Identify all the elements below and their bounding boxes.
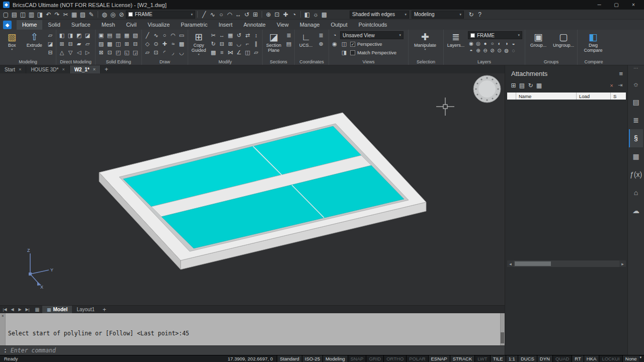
match-perspective-checkbox[interactable] bbox=[350, 50, 355, 55]
tab-mesh[interactable]: Mesh bbox=[96, 20, 121, 30]
model-tab[interactable]: ▦ Model bbox=[42, 306, 72, 313]
render-mode-icon[interactable]: ◧ bbox=[303, 10, 311, 19]
structure-panel-icon[interactable]: ⌂ bbox=[629, 184, 643, 202]
draw-polygon-icon[interactable]: ◇ bbox=[143, 40, 151, 48]
draw-line-icon[interactable]: ╱ bbox=[143, 31, 151, 39]
attach-xref-icon[interactable]: ⊞ bbox=[509, 81, 518, 89]
attachments-h-scrollbar[interactable]: ◂ ▸ bbox=[507, 260, 626, 267]
materials-icon[interactable]: ▩ bbox=[320, 10, 329, 19]
ucs-button[interactable]: ∟ UCS... bbox=[296, 31, 315, 48]
status-standard[interactable]: Standard bbox=[277, 355, 302, 362]
layer-walk-icon[interactable]: ◍ bbox=[503, 47, 510, 54]
print-icon[interactable]: ▥ bbox=[27, 10, 36, 19]
draw-circle-icon[interactable]: ○ bbox=[160, 31, 169, 39]
layer-lock-icon[interactable]: ◐ bbox=[496, 40, 503, 47]
layer-off-icon[interactable]: ◎ bbox=[475, 40, 481, 47]
close-icon[interactable]: × bbox=[62, 67, 64, 72]
erase-icon[interactable]: ✂ bbox=[209, 31, 217, 39]
workspace-combo[interactable]: Modeling ▾ bbox=[412, 11, 464, 19]
dm-offset-face-icon[interactable]: ⊟ bbox=[66, 40, 74, 48]
mirror-icon[interactable]: ⇄ bbox=[244, 31, 252, 39]
sheets-panel-icon[interactable]: ▦ bbox=[629, 147, 643, 165]
status-ducs[interactable]: DUCS bbox=[518, 355, 537, 362]
navigation-ball[interactable] bbox=[473, 75, 501, 103]
perspective-checkbox[interactable]: ✓ bbox=[350, 42, 355, 47]
se-shell-icon[interactable]: ▧ bbox=[131, 31, 139, 39]
status-lwt[interactable]: LWT bbox=[474, 355, 490, 362]
strip-drag-handle[interactable]: ⋯ bbox=[633, 66, 638, 71]
dm-rotate-face-icon[interactable]: ◩ bbox=[75, 31, 83, 39]
align-icon[interactable]: ▱ bbox=[252, 48, 260, 56]
view-target-icon[interactable]: ◉ bbox=[331, 40, 339, 48]
refresh-icon[interactable]: ↻ bbox=[467, 10, 475, 19]
rotate-icon[interactable]: ↺ bbox=[235, 31, 243, 39]
draw-boundary-icon[interactable]: ⊡ bbox=[152, 48, 160, 56]
command-input-bar[interactable]: : Enter command bbox=[0, 345, 505, 355]
status-1-1[interactable]: 1:1 bbox=[506, 355, 518, 362]
status-strack[interactable]: STRACK bbox=[450, 355, 475, 362]
match-properties-icon[interactable]: ✎ bbox=[87, 10, 96, 19]
tab-annotate[interactable]: Annotate bbox=[238, 20, 271, 30]
array-icon[interactable]: ▩ bbox=[209, 48, 217, 56]
tab-surface[interactable]: Surface bbox=[66, 20, 96, 30]
sun-light-icon[interactable]: ☼ bbox=[311, 10, 320, 19]
se-clean-icon[interactable]: ◱ bbox=[123, 48, 131, 56]
tab-civil[interactable]: Civil bbox=[121, 20, 142, 30]
paste-icon[interactable]: ▨ bbox=[78, 10, 87, 19]
scrollbar-track[interactable] bbox=[514, 260, 619, 267]
se-union-icon[interactable]: ▣ bbox=[97, 31, 105, 39]
circle-tool-icon[interactable]: ○ bbox=[217, 10, 225, 19]
save-icon[interactable]: ◫ bbox=[19, 10, 27, 19]
view-rotate-icon[interactable]: ◔ bbox=[331, 31, 339, 39]
layer-unisolate-icon[interactable]: ◓ bbox=[468, 47, 474, 54]
draw-polyline-icon[interactable]: ∿ bbox=[152, 31, 160, 39]
draw-rectangle-icon[interactable]: ▭ bbox=[178, 31, 186, 39]
layer-on-icon[interactable]: ◉ bbox=[468, 40, 474, 47]
ribbon-layer-combo[interactable]: FRAME ▾ bbox=[468, 31, 522, 39]
draw-arc-3p-icon[interactable]: ◡ bbox=[178, 48, 186, 56]
break-icon[interactable]: ∠ bbox=[235, 48, 243, 56]
se-intersect-icon[interactable]: ▥ bbox=[114, 31, 122, 39]
tab-view[interactable]: View bbox=[271, 20, 294, 30]
dm-extrude-face-icon[interactable]: ⊞ bbox=[58, 40, 66, 48]
scale-icon[interactable]: ↕ bbox=[252, 31, 260, 39]
tab-manage[interactable]: Manage bbox=[294, 20, 326, 30]
tab-output[interactable]: Output bbox=[325, 20, 353, 30]
close-icon[interactable]: × bbox=[19, 67, 21, 72]
doc-tab-start[interactable]: Start × bbox=[0, 65, 26, 73]
layer-isolate-icon[interactable]: ⊘ bbox=[117, 10, 126, 19]
extrude-button[interactable]: ⇧ Extrude ▾ bbox=[24, 31, 45, 51]
zoom-window-icon[interactable]: ⊡ bbox=[273, 10, 281, 19]
dm-shell-icon[interactable]: ▽ bbox=[66, 48, 74, 56]
manipulate-button[interactable]: ✚ Manipulate ▾ bbox=[410, 31, 440, 51]
tab-solid[interactable]: Solid bbox=[42, 20, 65, 30]
command-input-hint[interactable]: Enter command bbox=[11, 347, 56, 354]
minimize-button[interactable]: ─ bbox=[591, 0, 608, 10]
copy-entity-icon[interactable]: ▦ bbox=[226, 31, 234, 39]
layer-unlock-icon[interactable]: ◑ bbox=[503, 40, 510, 47]
extend-icon[interactable]: ⊞ bbox=[226, 40, 234, 48]
attach-image-icon[interactable]: ▤ bbox=[518, 81, 526, 89]
add-layout-button[interactable]: + bbox=[99, 306, 110, 313]
draw-arc-start-icon[interactable]: ◜ bbox=[160, 48, 169, 56]
column-load[interactable]: Load bbox=[577, 93, 611, 100]
close-icon[interactable]: × bbox=[93, 67, 96, 72]
help-icon[interactable]: ? bbox=[475, 10, 484, 19]
attachments-panel-icon[interactable]: § bbox=[629, 129, 643, 147]
tab-parametric[interactable]: Parametric bbox=[175, 20, 213, 30]
layers-button[interactable]: ≣ Layers... bbox=[445, 31, 466, 48]
fields-panel-icon[interactable]: ƒ(x) bbox=[629, 165, 643, 184]
zoom-extents-icon[interactable]: ⊕ bbox=[264, 10, 273, 19]
draw-arc-icon[interactable]: ◠ bbox=[169, 31, 177, 39]
dm-split-icon[interactable]: ◁ bbox=[75, 48, 83, 56]
status-polar[interactable]: POLAR bbox=[406, 355, 428, 362]
draw-arc-end-icon[interactable]: ◞ bbox=[169, 48, 177, 56]
dm-chamfer-icon[interactable]: ▱ bbox=[84, 40, 92, 48]
open-file-icon[interactable]: ▤ bbox=[10, 10, 19, 19]
fillet-icon[interactable]: ◡ bbox=[235, 40, 243, 48]
clear-attachments-icon[interactable]: × bbox=[608, 82, 615, 88]
undo-icon[interactable]: ↶ bbox=[44, 10, 53, 19]
close-button[interactable]: × bbox=[625, 0, 642, 10]
layer-state-icon[interactable]: ◎ bbox=[109, 10, 117, 19]
model-viewport[interactable]: Z Y X bbox=[0, 73, 505, 305]
